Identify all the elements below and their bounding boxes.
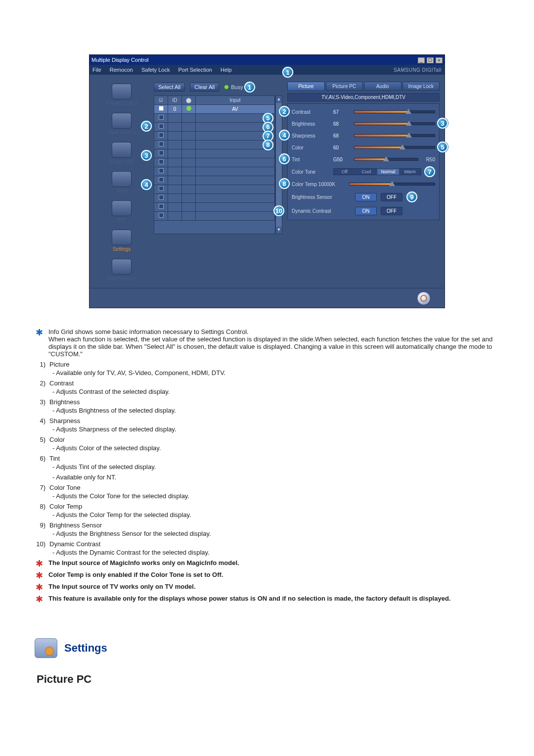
dynamic-contrast-off[interactable]: OFF <box>381 207 402 215</box>
dynamic-contrast-label: Dynamic Contrast <box>292 208 351 214</box>
color-temp-label: Color Temp 10000K <box>292 182 346 187</box>
callout-r6: 6 <box>279 153 290 164</box>
context-strip: TV,AV,S-Video,Component,HDMI,DTV <box>287 93 440 101</box>
desc-item-sub: - Adjusts the Color Tone for the selecte… <box>52 492 499 500</box>
desc-item: 9)Brightness Sensor <box>35 521 499 529</box>
contrast-value: 67 <box>333 109 351 115</box>
desc-item-number: 7) <box>35 484 45 491</box>
select-all-button[interactable]: Select All <box>154 83 185 92</box>
grid-row[interactable] <box>154 158 275 167</box>
brightness-slider[interactable] <box>354 122 435 125</box>
desc-item-number: 4) <box>35 417 45 425</box>
star-icon: ✱ <box>35 328 44 337</box>
scroll-down-icon[interactable]: ▼ <box>276 227 282 234</box>
grid-row[interactable] <box>154 176 275 185</box>
callout-2: 2 <box>141 121 152 132</box>
callout-1-top: 1 <box>244 82 255 93</box>
desc-item-sub: - Adjusts Tint of the selected display. <box>52 463 499 471</box>
col-id: ID <box>168 96 182 105</box>
callout-3: 3 <box>141 150 152 161</box>
grid-row[interactable] <box>154 212 275 221</box>
info-grid[interactable]: ☑ ID ⬤ Input 0 AV 5 <box>154 95 275 234</box>
sidebar-label: PIP <box>94 217 149 223</box>
grid-header: ☑ ID ⬤ Input <box>154 96 275 105</box>
col-status: ⬤ <box>182 96 196 105</box>
note-text: The Input source of MagicInfo works only… <box>48 559 239 567</box>
menu-safety-lock[interactable]: Safety Lock <box>141 67 170 73</box>
grid-row[interactable] <box>154 194 275 203</box>
desc-item-number: 6) <box>35 455 45 462</box>
contrast-slider[interactable] <box>354 110 435 113</box>
tab-audio[interactable]: Audio <box>364 82 401 91</box>
desc-item-sub: - Adjusts Brightness of the selected dis… <box>52 407 499 414</box>
grid-row[interactable]: 0 AV <box>154 105 275 114</box>
tint-slider[interactable] <box>354 158 418 161</box>
callout-r5: 5 <box>437 142 448 152</box>
sidebar-item-settings[interactable]: Settings <box>94 228 149 254</box>
color-tone-normal[interactable]: Normal <box>377 169 399 175</box>
grid-row[interactable] <box>154 167 275 176</box>
grid-row[interactable] <box>154 185 275 194</box>
color-tone-label: Color Tone <box>292 169 330 175</box>
clear-all-button[interactable]: Clear All <box>190 83 219 92</box>
grid-row[interactable]: 8 <box>154 141 275 149</box>
sidebar-item-image-size[interactable]: Image Size 3 <box>94 140 149 166</box>
desc-item-number: 1) <box>35 361 45 368</box>
busy-led-icon <box>224 85 229 90</box>
sidebar-label: Input Source <box>94 130 149 135</box>
grid-row[interactable]: 5 <box>154 114 275 123</box>
color-tone-off[interactable]: Off <box>334 169 356 175</box>
callout-8c: 8 <box>263 140 273 150</box>
callout-r9: 9 <box>406 191 417 202</box>
color-tone-row: Color Tone Off Cool Normal Warm 7 <box>292 166 435 177</box>
sidebar-item-maintenance[interactable]: Maintenance <box>94 257 149 283</box>
sidebar-item-power[interactable]: Power Control <box>94 82 149 108</box>
sidebar-item-input[interactable]: Input Source 2 <box>94 111 149 137</box>
desc-item-title: Dynamic Contrast <box>49 540 499 548</box>
help-power-button[interactable] <box>417 291 431 305</box>
busy-indicator: Busy <box>224 84 243 90</box>
menu-remocon[interactable]: Remocon <box>110 67 133 73</box>
brightness-value: 68 <box>333 121 351 127</box>
star-icon: ✱ <box>35 571 44 580</box>
grid-row[interactable] <box>154 149 275 158</box>
desc-item-number: 3) <box>35 398 45 406</box>
desc-item-title: Contrast <box>49 379 499 387</box>
tab-picture-pc[interactable]: Picture PC <box>326 82 363 91</box>
dynamic-contrast-row: 10 Dynamic Contrast ON OFF <box>292 205 435 217</box>
close-button[interactable]: × <box>436 57 443 63</box>
row-checkbox[interactable] <box>159 106 164 111</box>
menu-port-selection[interactable]: Port Selection <box>178 67 212 73</box>
color-tone-cool[interactable]: Cool <box>356 169 377 175</box>
grid-row[interactable] <box>154 203 275 212</box>
brightness-sensor-on[interactable]: ON <box>355 193 377 201</box>
maximize-button[interactable]: ☐ <box>427 57 434 63</box>
menu-help[interactable]: Help <box>221 67 232 73</box>
statusbar <box>89 288 445 308</box>
tab-image-lock[interactable]: Image Lock <box>402 82 440 91</box>
sidebar-item-pip[interactable]: PIP <box>94 198 149 225</box>
desc-item-title: Color Temp <box>49 503 499 510</box>
grid-row[interactable]: 6 <box>154 123 275 132</box>
color-tone-segmented[interactable]: Off Cool Normal Warm <box>333 168 421 175</box>
color-temp-slider[interactable] <box>349 183 435 186</box>
menu-file[interactable]: File <box>92 67 101 73</box>
desc-item-title: Picture <box>49 361 499 368</box>
row-input: AV <box>196 105 275 114</box>
desc-item-number: 10) <box>35 540 45 548</box>
status-dot-icon <box>186 106 191 111</box>
minimize-button[interactable]: _ <box>418 57 425 63</box>
sharpness-value: 68 <box>333 133 351 139</box>
brightness-sensor-off[interactable]: OFF <box>381 193 402 201</box>
sidebar-item-time[interactable]: Time 4 <box>94 169 149 195</box>
desc-item-title: Color <box>49 436 499 443</box>
note-text: Color Temp is only enabled if the Color … <box>48 571 223 578</box>
scroll-up-icon[interactable]: ▲ <box>276 96 282 103</box>
dynamic-contrast-on[interactable]: ON <box>355 207 377 215</box>
grid-row[interactable]: 7 <box>154 132 275 141</box>
color-tone-warm[interactable]: Warm <box>399 169 421 175</box>
color-slider[interactable] <box>354 146 435 149</box>
sharpness-slider[interactable] <box>354 134 435 137</box>
contrast-row: 2 Contrast 67 <box>292 107 435 117</box>
tab-picture[interactable]: Picture <box>287 82 325 91</box>
